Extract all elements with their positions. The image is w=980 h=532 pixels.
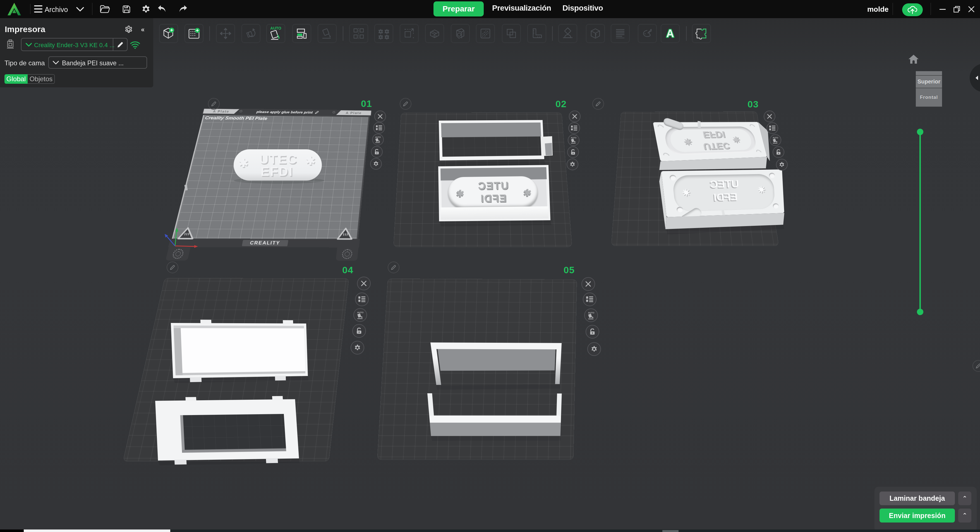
svg-text:AUTO: AUTO	[773, 137, 778, 139]
svg-text:✱: ✱	[305, 154, 315, 167]
svg-text:AUTO: AUTO	[375, 136, 381, 138]
svg-text:AUTO: AUTO	[571, 137, 576, 139]
svg-text:EFDI: EFDI	[261, 164, 293, 178]
svg-text:AUTO: AUTO	[588, 312, 594, 314]
svg-text:AUTO: AUTO	[270, 26, 282, 30]
svg-text:AUTO: AUTO	[357, 311, 363, 314]
svg-text:✱: ✱	[239, 156, 248, 169]
svg-text:A: A	[666, 28, 674, 39]
